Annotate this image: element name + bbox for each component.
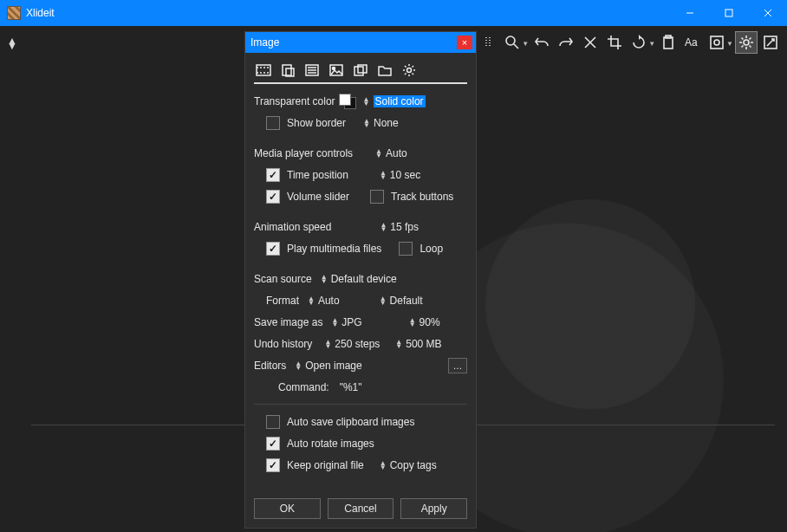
row-editors: Editors Open image … [254,355,467,375]
save-as-spin1[interactable] [331,318,338,327]
loop-label: Loop [420,243,443,255]
fullscreen-icon[interactable] [759,31,782,54]
row-auto-rotate: Auto rotate images [266,433,467,453]
zoom-icon[interactable] [501,31,524,54]
tab-list-icon[interactable] [302,62,322,79]
svg-rect-10 [283,65,291,75]
format-spin2[interactable] [380,296,387,305]
color-swatch[interactable] [339,94,356,109]
zoom-dropdown-icon[interactable]: ▼ [522,40,529,48]
settings-gear-icon[interactable] [735,31,758,54]
tab-filmstrip-icon[interactable] [254,62,273,79]
tab-folder-icon[interactable] [375,62,394,79]
volume-slider-checkbox[interactable] [266,190,280,204]
maximize-button[interactable] [709,0,748,26]
window-titlebar: Xlideit [0,0,787,26]
left-spinner[interactable] [7,38,17,49]
format-spin1[interactable] [308,296,315,305]
format-value1[interactable]: Auto [318,295,340,307]
panel-title: Image [250,36,457,49]
row-time-position: Time position 10 sec [266,165,467,185]
row-show-border: Show border None [266,113,467,133]
save-as-label: Save image as [254,316,322,328]
copy-tags-value[interactable]: Copy tags [390,459,437,471]
row-media-controls: Media player controls Auto [254,143,467,163]
panel-body: Transparent color Solid color Show borde… [245,53,476,493]
svg-point-7 [744,40,749,45]
time-position-checkbox[interactable] [266,168,280,182]
time-position-label: Time position [287,169,348,181]
fit-dropdown-icon[interactable]: ▼ [726,40,733,48]
redo-icon[interactable] [555,31,577,54]
undo-spin2[interactable] [395,340,402,348]
show-border-value[interactable]: None [374,117,399,129]
row-save-as: Save image as JPG 90% [254,312,467,332]
tab-windows-icon[interactable] [351,62,370,79]
close-button[interactable] [748,0,787,26]
scan-source-label: Scan source [254,273,312,285]
crop-icon[interactable] [603,31,626,54]
time-position-spin[interactable] [380,171,387,179]
animation-speed-spin[interactable] [380,223,387,231]
undo-value1[interactable]: 250 steps [335,338,380,350]
main-toolbar: ▼ ▼ Aa ▼ [477,31,782,55]
tab-gear-icon[interactable] [400,62,419,79]
play-multimedia-label: Play multimedia files [287,243,381,255]
clipboard-icon[interactable] [657,31,680,54]
rotate-dropdown-icon[interactable]: ▼ [648,40,655,48]
panel-tabs [254,56,467,84]
media-controls-spin[interactable] [375,149,382,158]
tab-image-icon[interactable] [327,62,346,79]
auto-save-clipboard-label: Auto save clipboard images [287,416,414,428]
tab-paste-icon[interactable] [278,62,297,79]
media-controls-value[interactable]: Auto [386,147,407,159]
panel-close-icon[interactable]: × [457,36,472,49]
transparent-color-spin[interactable] [363,97,370,106]
apply-button[interactable]: Apply [400,498,467,519]
rotate-icon[interactable] [628,31,650,54]
app-title: Xlideit [26,7,670,19]
show-border-label: Show border [287,117,346,129]
panel-footer: OK Cancel Apply [245,493,476,528]
show-border-checkbox[interactable] [266,116,280,130]
track-buttons-label: Track buttons [391,191,453,203]
app-icon [7,6,21,20]
delete-x-icon[interactable] [579,31,602,54]
undo-spin1[interactable] [324,340,331,348]
track-buttons-checkbox[interactable] [370,190,384,204]
ok-button[interactable]: OK [254,498,321,519]
scan-source-value[interactable]: Default device [331,273,397,285]
time-position-value[interactable]: 10 sec [390,169,420,181]
play-multimedia-checkbox[interactable] [266,242,280,256]
panel-header[interactable]: Image × [245,32,476,53]
row-scan-source: Scan source Default device [254,269,467,289]
minimize-button[interactable] [670,0,709,26]
transparent-color-value[interactable]: Solid color [374,95,426,107]
editors-value[interactable]: Open image [305,360,361,372]
format-label: Format [266,295,299,307]
text-aa-icon[interactable]: Aa [681,31,704,54]
undo-value2[interactable]: 500 MB [406,338,441,350]
row-command: Command: "%1" [278,377,467,397]
loop-checkbox[interactable] [399,242,413,256]
editors-spin[interactable] [295,361,302,370]
save-as-value2[interactable]: 90% [420,316,440,328]
scan-source-spin[interactable] [321,275,328,283]
copy-tags-spin[interactable] [380,461,387,470]
auto-rotate-checkbox[interactable] [266,437,280,451]
editors-browse-button[interactable]: … [448,358,467,373]
separator-grip[interactable] [477,31,499,54]
row-transparent-color: Transparent color Solid color [254,91,467,111]
cancel-button[interactable]: Cancel [328,498,394,519]
keep-original-checkbox[interactable] [266,458,280,472]
auto-save-clipboard-checkbox[interactable] [266,415,280,429]
animation-speed-value[interactable]: 15 fps [390,221,419,233]
format-value2[interactable]: Default [390,295,423,307]
undo-icon[interactable] [530,31,553,54]
save-as-value1[interactable]: JPG [341,316,361,328]
auto-rotate-label: Auto rotate images [287,438,374,450]
save-as-spin2[interactable] [409,318,416,327]
show-border-spin[interactable] [363,119,370,127]
keep-original-label: Keep original file [287,459,364,471]
fit-screen-icon[interactable] [706,31,728,54]
